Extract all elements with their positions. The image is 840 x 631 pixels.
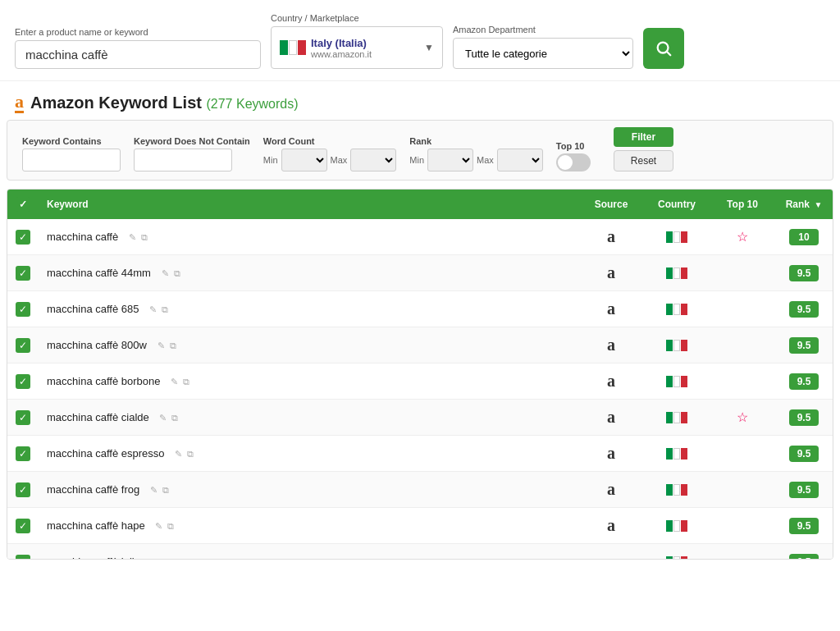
row-checkbox-cell[interactable]: ✓ <box>7 219 39 255</box>
row-checkbox[interactable]: ✓ <box>16 410 30 425</box>
external-link-icon[interactable]: ⧉ <box>183 377 189 386</box>
word-count-min-select[interactable] <box>281 149 327 171</box>
top10-label: Top 10 <box>556 141 585 151</box>
external-link-icon[interactable]: ⧉ <box>187 449 194 459</box>
edit-icon[interactable]: ✎ <box>149 304 157 314</box>
keyword-text: macchina caffè 685 <box>47 303 139 315</box>
keyword-not-contains-group: Keyword Does Not Contain <box>134 136 250 171</box>
table-wrapper[interactable]: ✓ Keyword Source Country Top 10 Rank ▼ ✓… <box>7 190 833 559</box>
external-link-icon[interactable]: ⧉ <box>170 341 176 350</box>
top10-star-icon: ☆ <box>737 230 748 244</box>
keyword-contains-input[interactable] <box>22 149 121 171</box>
row-checkbox[interactable]: ✓ <box>16 230 30 245</box>
row-source-cell: a <box>578 364 644 400</box>
th-country[interactable]: Country <box>644 190 710 219</box>
row-source-cell: a <box>578 327 644 364</box>
row-rank-cell: 10 <box>775 219 833 255</box>
keyword-text: macchina caffè <box>47 231 118 243</box>
row-rank-cell: 9.5 <box>775 508 833 544</box>
row-checkbox-cell[interactable]: ✓ <box>7 364 39 400</box>
keyword-text: macchina caffè frog <box>47 483 139 496</box>
italy-flag-small <box>666 231 687 243</box>
external-link-icon[interactable]: ⧉ <box>171 413 178 423</box>
rank-min-select[interactable] <box>427 149 473 171</box>
row-checkbox[interactable]: ✓ <box>16 482 30 497</box>
keyword-not-contains-input[interactable] <box>134 149 232 171</box>
row-country-cell <box>644 255 710 291</box>
row-checkbox-cell[interactable]: ✓ <box>7 544 39 560</box>
row-top10-cell <box>710 255 775 291</box>
th-checkbox[interactable]: ✓ <box>7 190 39 219</box>
row-checkbox[interactable]: ✓ <box>16 555 30 560</box>
row-country-cell <box>644 291 710 327</box>
edit-icon[interactable]: ✎ <box>171 377 178 386</box>
th-rank[interactable]: Rank ▼ <box>775 190 833 219</box>
edit-icon[interactable]: ✎ <box>175 449 182 459</box>
table-row: ✓ macchina caffè ✎ ⧉ a ☆10 <box>7 219 833 255</box>
row-checkbox-cell[interactable]: ✓ <box>7 291 39 327</box>
external-link-icon[interactable]: ⧉ <box>162 304 168 314</box>
external-link-icon[interactable]: ⧉ <box>174 268 180 278</box>
row-top10-cell: ☆ <box>710 400 775 436</box>
italy-flag-small <box>666 556 687 559</box>
row-source-cell: a <box>578 508 644 544</box>
external-link-icon[interactable]: ⧉ <box>163 557 170 559</box>
top10-star-icon: ☆ <box>737 410 748 424</box>
filter-row: Keyword Contains Keyword Does Not Contai… <box>7 120 833 181</box>
th-keyword[interactable]: Keyword <box>39 190 578 219</box>
row-source-cell: a <box>578 219 644 255</box>
edit-icon[interactable]: ✎ <box>129 232 136 242</box>
amazon-source-icon: a <box>607 516 615 534</box>
row-keyword-cell: macchina caffè jolie ✎ ⧉ <box>39 544 578 560</box>
row-checkbox-cell[interactable]: ✓ <box>7 436 39 472</box>
table-row: ✓ macchina caffè frog ✎ ⧉ a 9.5 <box>7 472 833 508</box>
th-source[interactable]: Source <box>578 190 644 219</box>
row-checkbox-cell[interactable]: ✓ <box>7 472 39 508</box>
row-checkbox-cell[interactable]: ✓ <box>7 327 39 364</box>
keyword-input[interactable] <box>15 40 261 69</box>
row-checkbox[interactable]: ✓ <box>16 302 30 317</box>
keyword-table-container: ✓ Keyword Source Country Top 10 Rank ▼ ✓… <box>7 189 833 560</box>
row-checkbox[interactable]: ✓ <box>16 519 30 533</box>
rank-badge: 9.5 <box>789 301 819 318</box>
external-link-icon[interactable]: ⧉ <box>167 521 174 531</box>
edit-icon[interactable]: ✎ <box>150 485 158 495</box>
keyword-action-icons: ✎ ⧉ <box>172 449 194 459</box>
italy-flag-small <box>666 376 687 387</box>
svg-line-1 <box>667 52 670 55</box>
row-checkbox-cell[interactable]: ✓ <box>7 400 39 436</box>
edit-icon[interactable]: ✎ <box>151 557 158 559</box>
edit-icon[interactable]: ✎ <box>155 521 162 531</box>
keyword-action-icons: ✎ ⧉ <box>157 413 178 423</box>
rank-badge: 9.5 <box>789 409 819 426</box>
row-checkbox[interactable]: ✓ <box>16 338 30 353</box>
row-checkbox[interactable]: ✓ <box>16 446 30 461</box>
row-source-cell: a <box>578 255 644 291</box>
rank-max-select[interactable] <box>497 149 543 171</box>
edit-icon[interactable]: ✎ <box>158 341 165 350</box>
italy-flag-small <box>666 340 687 351</box>
row-top10-cell <box>710 508 775 544</box>
reset-button[interactable]: Reset <box>614 150 673 171</box>
filter-button[interactable]: Filter <box>614 127 673 147</box>
edit-icon[interactable]: ✎ <box>162 268 169 278</box>
search-button[interactable] <box>643 28 684 69</box>
row-checkbox-cell[interactable]: ✓ <box>7 255 39 291</box>
top10-toggle[interactable] <box>556 153 591 171</box>
external-link-icon[interactable]: ⧉ <box>141 232 148 242</box>
row-checkbox[interactable]: ✓ <box>16 374 30 389</box>
rank-badge: 9.5 <box>789 518 819 534</box>
th-top10[interactable]: Top 10 <box>710 190 775 219</box>
edit-icon[interactable]: ✎ <box>159 413 167 423</box>
italy-flag-small <box>666 448 687 460</box>
marketplace-field: Country / Marketplace Italy (Italia) www… <box>271 13 443 69</box>
department-field: Amazon Department Tutte le categorie <box>453 25 633 69</box>
external-link-icon[interactable]: ⧉ <box>162 485 169 495</box>
header-checkbox[interactable]: ✓ <box>16 197 30 212</box>
department-select[interactable]: Tutte le categorie <box>453 38 633 69</box>
row-checkbox-cell[interactable]: ✓ <box>7 508 39 544</box>
word-count-max-select[interactable] <box>350 149 396 171</box>
marketplace-select[interactable]: Italy (Italia) www.amazon.it ▼ Italy (It… <box>271 26 443 69</box>
row-rank-cell: 9.5 <box>775 400 833 436</box>
row-checkbox[interactable]: ✓ <box>16 266 30 281</box>
